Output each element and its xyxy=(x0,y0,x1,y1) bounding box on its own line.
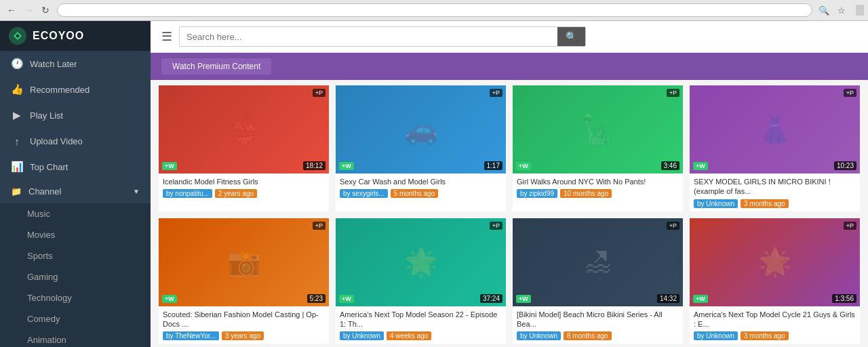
time-ago: 10 months ago xyxy=(560,189,612,198)
video-info: Icelandic Model Fitness Girls by nonpati… xyxy=(159,174,329,201)
forward-button[interactable]: → xyxy=(21,3,36,18)
channel-name: by Unknown xyxy=(694,331,738,340)
duration-badge: 1:17 xyxy=(484,161,502,170)
video-meta: by Unknown 3 months ago xyxy=(694,199,856,208)
sidebar: ECOYOO 🕐 Watch Later 👍 Recommended ▶ Pla… xyxy=(0,21,151,347)
video-card[interactable]: 🚗 +P +W 1:17 Sexy Car Wash and Model Gir… xyxy=(336,85,506,211)
plus-w-badge: +W xyxy=(162,295,177,303)
video-thumbnail: 🚗 +P +W 1:17 xyxy=(336,85,506,174)
sidebar-item-top-chart[interactable]: 📊 Top Chart xyxy=(0,154,151,180)
back-button[interactable]: ← xyxy=(4,3,19,18)
video-card[interactable]: 👗 +P +W 10:23 SEXY MODEL GIRLS IN MICRO … xyxy=(690,85,860,211)
channel-item-technology[interactable]: Technology xyxy=(0,287,151,308)
duration-badge: 5:23 xyxy=(307,294,326,303)
video-card[interactable]: 📸 +P +W 5:23 Scouted: Siberian Fashion M… xyxy=(159,218,329,344)
thumb-figure: 🚗 xyxy=(336,85,506,174)
sidebar-item-label: Top Chart xyxy=(30,162,68,172)
thumb-icon: 👙 xyxy=(227,114,261,146)
time-ago: 3 months ago xyxy=(741,331,789,340)
top-bar: ☰ 🔍 xyxy=(151,21,868,53)
thumb-icon: 📸 xyxy=(227,246,261,278)
channel-name: by Unknown xyxy=(517,331,561,340)
thumb-figure: 📸 xyxy=(159,218,329,306)
thumb-icon: 👗 xyxy=(758,114,792,146)
time-ago: 3 months ago xyxy=(741,199,789,208)
video-title: Sexy Car Wash and Model Girls xyxy=(340,177,502,186)
refresh-button[interactable]: ↻ xyxy=(38,3,53,18)
video-thumbnail: 👗 +P +W 10:23 xyxy=(690,85,860,174)
top-chart-icon: 📊 xyxy=(11,161,23,173)
channel-item-gaming[interactable]: Gaming xyxy=(0,266,151,287)
sidebar-item-upload-video[interactable]: ↑ Upload Video xyxy=(0,128,151,154)
sidebar-item-watch-later[interactable]: 🕐 Watch Later xyxy=(0,51,151,77)
thumb-icon: 🌟 xyxy=(404,246,438,278)
channel-name: by zipkid99 xyxy=(517,189,557,198)
time-ago: 8 months ago xyxy=(564,331,612,340)
video-title: [Bikini Model] Beach Micro Bikini Series… xyxy=(517,310,679,329)
premium-button[interactable]: Watch Premium Content xyxy=(161,58,271,75)
play-list-icon: ▶ xyxy=(11,109,23,121)
duration-badge: 18:12 xyxy=(303,161,326,170)
channel-item-movies[interactable]: Movies xyxy=(0,224,151,245)
channel-name: by TheNewYor... xyxy=(163,331,219,340)
address-bar[interactable]: www.ecoyoo.com/ xyxy=(57,3,812,17)
nav-buttons: ← → ↻ xyxy=(4,3,53,18)
video-card[interactable]: 🏖 +P +W 14:32 [Bikini Model] Beach Micro… xyxy=(513,218,683,344)
sidebar-item-label: Watch Later xyxy=(30,59,77,69)
channel-section-label: Channel xyxy=(28,186,61,197)
search-input[interactable] xyxy=(180,27,557,46)
video-thumbnail: 🗽 +P +W 3:46 xyxy=(513,85,683,174)
channel-item-sports[interactable]: Sports xyxy=(0,245,151,266)
main-content: ☰ 🔍 Watch Premium Content 👙 +P +W 18:12 … xyxy=(151,21,868,347)
video-thumbnail: 🌟 +P +W 1:3:56 xyxy=(690,218,860,306)
video-title: SEXY MODEL GIRLS IN MICRO BIKINI ! (exam… xyxy=(694,177,856,197)
thumb-figure: 👙 xyxy=(159,85,329,174)
video-meta: by Unknown 8 months ago xyxy=(517,331,679,340)
video-card[interactable]: 🌟 +P +W 1:3:56 America's Next Top Model … xyxy=(690,218,860,344)
plus-w-badge: +W xyxy=(693,162,708,170)
channel-item-comedy[interactable]: Comedy xyxy=(0,308,151,329)
sidebar-item-play-list[interactable]: ▶ Play List xyxy=(0,102,151,128)
video-title: Icelandic Model Fitness Girls xyxy=(163,177,325,186)
channel-items: MusicMoviesSportsGamingTechnologyComedyA… xyxy=(0,203,151,347)
hamburger-menu-icon[interactable]: ☰ xyxy=(161,29,172,44)
video-card[interactable]: 🗽 +P +W 3:46 Girl Walks Around NYC With … xyxy=(513,85,683,211)
sidebar-item-recommended[interactable]: 👍 Recommended xyxy=(0,77,151,102)
thumb-figure: 🏖 xyxy=(513,218,683,306)
channel-arrow-icon: ▼ xyxy=(133,188,140,195)
channel-item-animation[interactable]: Animation xyxy=(0,329,151,347)
channel-item-music[interactable]: Music xyxy=(0,203,151,224)
plus-p-badge: +P xyxy=(490,222,502,230)
url-input[interactable]: www.ecoyoo.com/ xyxy=(63,5,806,15)
plus-w-badge: +W xyxy=(339,295,354,303)
thumb-icon: 🗽 xyxy=(581,114,615,146)
sidebar-item-label: Upload Video xyxy=(30,136,83,146)
channel-name: by Unknown xyxy=(694,199,738,208)
plus-p-badge: +P xyxy=(313,89,326,97)
video-card[interactable]: 👙 +P +W 18:12 Icelandic Model Fitness Gi… xyxy=(159,85,329,211)
plus-p-badge: +P xyxy=(844,89,856,97)
video-grid: 👙 +P +W 18:12 Icelandic Model Fitness Gi… xyxy=(159,85,860,347)
video-card[interactable]: 🌟 +P +W 37:24 America's Next Top Model S… xyxy=(336,218,506,344)
browser-actions: 🔍 ☆ xyxy=(816,3,849,18)
video-info: America's Next Top Model Cycle 21 Guys &… xyxy=(690,306,860,344)
video-meta: by Unknown 3 months ago xyxy=(694,331,856,340)
video-title: America's Next Top Model Season 22 - Epi… xyxy=(340,310,502,329)
plus-w-badge: +W xyxy=(516,295,531,303)
search-button[interactable]: 🔍 xyxy=(557,27,585,46)
time-ago: 3 years ago xyxy=(222,331,264,340)
browser-search-button[interactable]: 🔍 xyxy=(816,3,831,18)
channel-name: by nonpatitu... xyxy=(163,189,212,198)
video-meta: by Unknown 4 weeks ago xyxy=(340,331,502,340)
duration-badge: 3:46 xyxy=(661,161,679,170)
plus-w-badge: +W xyxy=(339,162,354,170)
channel-icon: 📁 xyxy=(11,186,22,197)
time-ago: 4 weeks ago xyxy=(387,331,431,340)
video-info: Sexy Car Wash and Model Girls by sexygir… xyxy=(336,174,506,201)
bookmark-button[interactable]: ☆ xyxy=(834,3,849,18)
thumb-figure: 👗 xyxy=(690,85,860,174)
video-meta: by sexygirls... 5 months ago xyxy=(340,189,502,198)
video-info: [Bikini Model] Beach Micro Bikini Series… xyxy=(513,306,683,344)
video-title: Girl Walks Around NYC With No Pants! xyxy=(517,177,679,186)
channel-section-header[interactable]: 📁 Channel ▼ xyxy=(0,180,151,203)
